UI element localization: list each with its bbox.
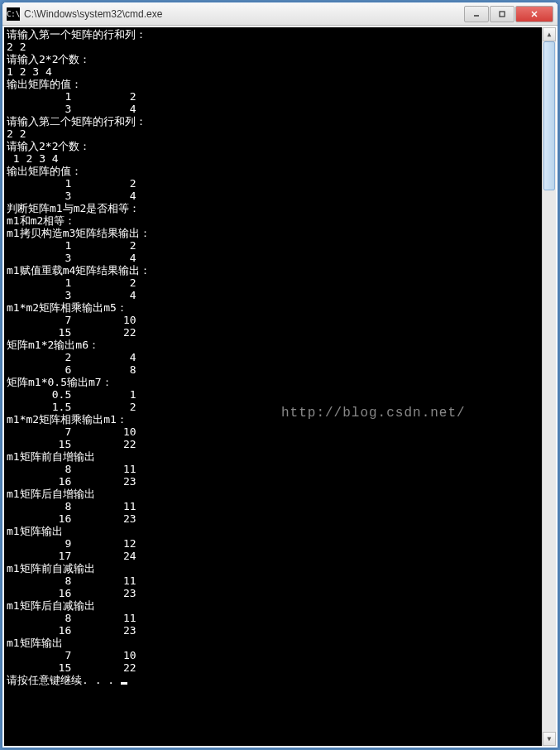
minimize-button[interactable] — [464, 6, 489, 22]
console-area: 请输入第一个矩阵的行和列： 2 2 请输入2*2个数： 1 2 3 4 输出矩阵… — [2, 26, 558, 748]
cmd-window: C:\ C:\Windows\system32\cmd.exe 请输入第一个矩阵… — [2, 2, 558, 748]
close-button[interactable] — [515, 6, 553, 22]
text-cursor — [121, 682, 127, 685]
scroll-down-arrow[interactable]: ▼ — [543, 732, 556, 746]
maximize-button[interactable] — [490, 6, 515, 22]
scroll-up-arrow[interactable]: ▲ — [543, 27, 556, 41]
vertical-scrollbar[interactable]: ▲ ▼ — [542, 27, 556, 746]
titlebar[interactable]: C:\ C:\Windows\system32\cmd.exe — [2, 2, 558, 26]
window-controls — [464, 6, 553, 22]
svg-rect-1 — [500, 12, 505, 17]
cmd-icon: C:\ — [7, 7, 20, 21]
window-title: C:\Windows\system32\cmd.exe — [24, 8, 464, 20]
scroll-thumb[interactable] — [543, 41, 555, 190]
console-output[interactable]: 请输入第一个矩阵的行和列： 2 2 请输入2*2个数： 1 2 3 4 输出矩阵… — [4, 27, 542, 746]
scroll-track[interactable] — [543, 41, 556, 732]
